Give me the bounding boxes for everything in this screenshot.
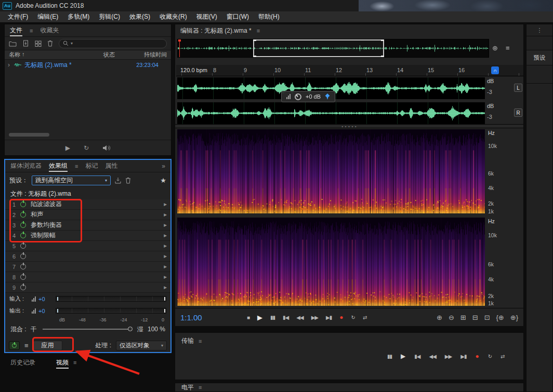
effect-slot[interactable]: 1 陷波滤波器 ▶ [5,199,170,210]
mix-slider-knob[interactable] [128,327,133,331]
loop-playback-icon[interactable]: ↻ [84,144,89,152]
power-icon[interactable] [20,222,26,228]
power-icon[interactable] [20,233,26,238]
selection-range[interactable] [253,39,384,57]
mix-slider[interactable] [43,329,131,330]
video-panel-menu-icon[interactable]: ≡ [73,359,76,366]
overview-strip[interactable] [177,39,489,58]
trash-icon[interactable] [47,40,53,47]
zoom-in-left-edge-icon[interactable]: {⊕ [496,314,504,321]
power-icon[interactable] [20,212,26,218]
loop-button[interactable]: ↻ [488,354,492,359]
skip-to-start-button[interactable]: ▮◀ [414,354,420,359]
panel-splitter[interactable]: • • • • • [175,124,523,128]
timeline-ruler[interactable]: 120.0 bpm 8 9 10 11 12 13 14 15 16 ∩ [176,65,523,76]
tab-files[interactable]: 文件 [10,24,22,36]
open-folder-icon[interactable] [9,40,17,47]
menu-favorites[interactable]: 收藏夹(R) [155,11,192,22]
power-icon[interactable] [20,285,26,290]
levels-panel-menu-icon[interactable]: ≡ [199,384,202,390]
tab-history[interactable]: 历史记录 [10,356,35,369]
time-display[interactable]: 1:1.00 [180,313,247,322]
menu-effects[interactable]: 效果(S) [125,11,155,22]
swap-button[interactable]: ⇄ [363,315,366,320]
input-gain-value[interactable]: +0 [38,296,50,302]
slot-arrow-icon[interactable]: ▶ [164,254,167,259]
process-dropdown[interactable]: 仅选区对象 ▾ [116,341,167,350]
zoom-in-right-edge-icon[interactable]: ⊕} [510,314,518,321]
auto-play-speaker-icon[interactable] [102,145,110,151]
power-icon[interactable] [20,264,26,269]
tab-overflow-icon[interactable]: » [162,163,165,170]
gain-knob[interactable] [295,93,301,100]
power-icon[interactable] [20,253,26,259]
skip-to-end-button[interactable]: ▶▮ [326,315,332,320]
playhead[interactable] [179,39,180,57]
splitter-handle[interactable]: • • • • • [341,125,357,128]
file-row[interactable]: › 无标题 (2).wma * 23:23:04 [5,60,171,70]
tab-media-browser[interactable]: 媒体浏览器 [10,160,42,172]
transport-panel-menu-icon[interactable]: ≡ [199,338,202,344]
media-browser-icon[interactable] [35,40,42,47]
slot-arrow-icon[interactable]: ▶ [164,223,167,227]
rack-power-toggle[interactable] [9,341,20,350]
zoom-in-icon[interactable]: ⊕ [437,314,442,321]
slot-arrow-icon[interactable]: ▶ [164,212,167,217]
snap-toggle-icon[interactable]: ∩ [491,66,499,74]
stop-button[interactable]: ■ [247,315,249,320]
overview-menu-icon[interactable]: ≡ [506,44,510,52]
expand-chevron-icon[interactable]: › [8,61,14,69]
slot-arrow-icon[interactable]: ▶ [164,202,167,207]
fast-forward-button[interactable]: ▶▶ [445,354,452,359]
effect-slot[interactable]: 9 ▶ [5,282,170,293]
gain-overlay[interactable]: +0 dB [281,91,335,102]
record-button[interactable]: ● [339,314,343,321]
menu-file[interactable]: 文件(F) [3,11,33,22]
fast-forward-button[interactable]: ▶▶ [311,315,318,320]
waveform-right-channel[interactable] [177,102,485,124]
search-box[interactable]: ▾ [59,39,167,48]
zoom-to-selection-icon[interactable]: ⊡ [484,314,490,321]
power-icon[interactable] [20,201,26,207]
play-button[interactable]: ▶ [257,314,262,321]
spectrogram-left-channel[interactable] [177,129,485,213]
effect-slot[interactable]: 6 ▶ [5,251,170,262]
zoom-in-horizontal-icon[interactable]: ⊞ [460,314,466,321]
overview-zoom-icon[interactable]: ⊕ [492,44,498,52]
slot-arrow-icon[interactable]: ▶ [164,233,167,238]
output-gain-value[interactable]: +0 [38,308,50,314]
skip-to-end-button[interactable]: ▶▮ [460,354,466,359]
rack-list-icon[interactable]: ≡ [24,342,29,349]
preset-dropdown[interactable]: 跳到高维空间 ▾ [32,175,111,185]
effect-slot[interactable]: 7 ▶ [5,262,170,272]
import-file-icon[interactable] [22,40,29,47]
column-duration[interactable]: 持续时间 [130,51,167,59]
dock-menu-icon[interactable]: ⋮ [526,24,552,36]
editor-panel-menu-icon[interactable]: ≡ [257,28,260,34]
rewind-button[interactable]: ◀◀ [296,315,303,320]
files-panel-menu-icon[interactable]: ≡ [30,28,33,34]
tab-effects-rack[interactable]: 效果组 [49,160,68,172]
rewind-button[interactable]: ◀◀ [429,354,436,359]
tab-properties[interactable]: 属性 [105,160,117,172]
horizontal-scrollbar[interactable] [9,133,49,137]
effect-slot[interactable]: 8 ▶ [5,272,170,282]
menu-multitrack[interactable]: 多轨(M) [63,11,94,22]
swap-button[interactable]: ⇄ [501,354,504,359]
spectrogram-right-channel[interactable] [177,218,485,306]
tab-markers[interactable]: 标记 [85,160,98,172]
menu-window[interactable]: 窗口(W) [222,11,254,22]
menu-edit[interactable]: 编辑(E) [33,11,63,22]
menu-clip[interactable]: 剪辑(C) [94,11,125,22]
preview-play-icon[interactable]: ▶ [65,144,70,152]
left-channel-button[interactable]: L [514,84,522,92]
loop-button[interactable]: ↻ [351,315,355,320]
search-input[interactable] [75,40,163,47]
slot-arrow-icon[interactable]: ▶ [164,264,167,269]
delete-preset-icon[interactable] [125,177,131,184]
column-name[interactable]: 名称↑ [9,51,103,59]
menu-view[interactable]: 视图(V) [192,11,222,22]
tab-favorites[interactable]: 收藏夹 [40,24,59,36]
effect-slot[interactable]: 5 ▶ [5,241,170,251]
zoom-out-horizontal-icon[interactable]: ⊟ [472,314,478,321]
